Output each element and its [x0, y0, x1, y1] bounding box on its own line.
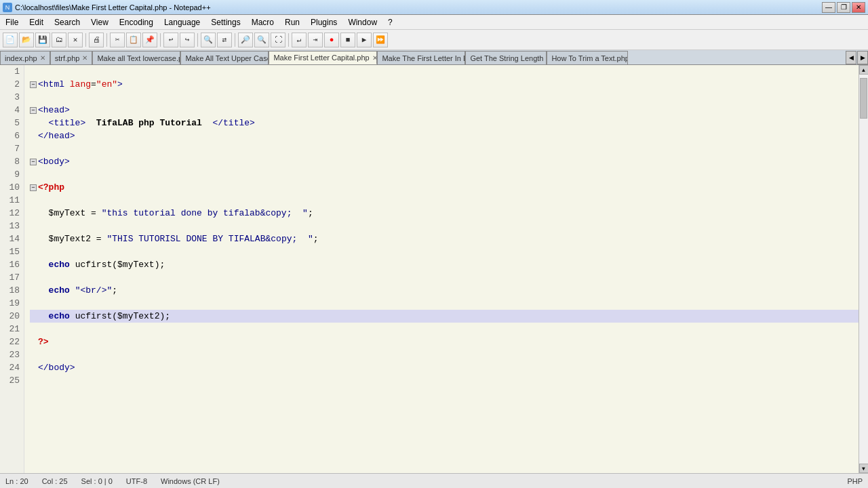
- tb-macro-stop[interactable]: ■: [340, 33, 355, 47]
- token-plain: ;: [112, 284, 117, 297]
- scroll-thumb[interactable]: [860, 78, 867, 119]
- scroll-up-button[interactable]: ▲: [859, 65, 869, 75]
- tb-wrap[interactable]: ↵: [292, 33, 307, 47]
- code-line[interactable]: [30, 142, 859, 155]
- code-line[interactable]: [30, 65, 859, 78]
- close-button[interactable]: ✕: [852, 2, 865, 13]
- fold-button[interactable]: −: [30, 81, 37, 88]
- tab-lowercase[interactable]: Make all Text lowercase.php ✕: [92, 51, 180, 64]
- tb-save[interactable]: 💾: [35, 33, 50, 47]
- code-line[interactable]: [30, 348, 859, 361]
- menu-window[interactable]: Window: [342, 15, 382, 29]
- code-line[interactable]: −<head>: [30, 104, 859, 117]
- code-line[interactable]: </head>: [30, 129, 859, 142]
- line-number: 6: [0, 129, 20, 142]
- token-str: "<br/>": [75, 284, 113, 297]
- menu-edit[interactable]: Edit: [24, 15, 49, 29]
- tab-trim[interactable]: How To Trim a Text.php ✕: [547, 51, 628, 64]
- tb-macro-rec[interactable]: ●: [324, 33, 339, 47]
- minimize-button[interactable]: —: [822, 2, 835, 13]
- menu-encoding[interactable]: Encoding: [114, 15, 159, 29]
- tb-find[interactable]: 🔍: [201, 33, 216, 47]
- code-line[interactable]: [30, 245, 859, 258]
- tb-save-all[interactable]: 🗂: [52, 33, 66, 47]
- tb-paste[interactable]: 📌: [142, 33, 157, 47]
- code-line[interactable]: [30, 91, 859, 104]
- code-line[interactable]: −<body>: [30, 155, 859, 168]
- token-plain: );: [159, 310, 170, 323]
- code-line[interactable]: ?>: [30, 336, 859, 348]
- code-line[interactable]: −<?php: [30, 181, 859, 194]
- code-line[interactable]: $myText = "this tutorial done by tifalab…: [30, 207, 859, 220]
- line-number: 25: [0, 374, 20, 387]
- tb-copy[interactable]: 📋: [126, 33, 141, 47]
- tb-replace[interactable]: ⇄: [217, 33, 232, 47]
- tab-close-icon[interactable]: ✕: [40, 54, 45, 62]
- tb-macro-run[interactable]: ⏩: [373, 33, 388, 47]
- code-line[interactable]: echo "<br/>";: [30, 284, 859, 297]
- menu-plugins[interactable]: Plugins: [305, 15, 342, 29]
- menu-file[interactable]: File: [0, 15, 24, 29]
- token-plain: =: [91, 78, 96, 91]
- tb-cut[interactable]: ✂: [110, 33, 125, 47]
- menu-view[interactable]: View: [85, 15, 114, 29]
- vertical-scrollbar: ▲ ▼: [859, 65, 868, 473]
- code-line[interactable]: [30, 374, 859, 387]
- menu-macro[interactable]: Macro: [246, 15, 279, 29]
- tab-close-icon[interactable]: ✕: [372, 54, 378, 62]
- token-plain: [70, 310, 75, 323]
- tab-strf-php[interactable]: strf.php ✕: [50, 51, 93, 64]
- tb-close[interactable]: ✕: [68, 33, 83, 47]
- menu-run[interactable]: Run: [279, 15, 305, 29]
- menu-help[interactable]: ?: [382, 15, 398, 29]
- tb-zoom-out[interactable]: 🔍: [254, 33, 269, 47]
- tab-each-word[interactable]: Make The First Letter In Each Word Capit…: [377, 51, 465, 64]
- code-line[interactable]: <title> TifaLAB php Tutorial </title>: [30, 117, 859, 129]
- tab-scroll-left[interactable]: ◀: [846, 51, 856, 64]
- code-line[interactable]: $myText2 = "THIS TUTORISL DONE BY TIFALA…: [30, 232, 859, 245]
- code-line[interactable]: echo ucfirst($myText2);: [30, 310, 859, 323]
- tb-zoom-in[interactable]: 🔎: [238, 33, 253, 47]
- code-line[interactable]: </body>: [30, 361, 859, 374]
- code-area[interactable]: −<html lang="en">−<head> <title> TifaLAB…: [24, 65, 859, 473]
- line-number: 21: [0, 323, 20, 336]
- fold-button[interactable]: −: [30, 107, 37, 114]
- tab-index-php[interactable]: index.php ✕: [0, 51, 50, 64]
- code-line[interactable]: echo ucfirst($myText);: [30, 258, 859, 271]
- fold-button[interactable]: −: [30, 159, 37, 165]
- code-line[interactable]: [30, 271, 859, 284]
- scroll-down-button[interactable]: ▼: [859, 464, 869, 473]
- tb-open[interactable]: 📂: [19, 33, 34, 47]
- tab-scroll-right[interactable]: ▶: [857, 51, 868, 64]
- tb-new[interactable]: 📄: [3, 33, 18, 47]
- code-line[interactable]: [30, 194, 859, 207]
- token-plain: (: [112, 258, 117, 271]
- code-line[interactable]: [30, 168, 859, 181]
- tab-label: Get The String Length .php: [470, 54, 547, 62]
- code-line[interactable]: [30, 323, 859, 336]
- tab-label: Make First Letter Capital.php: [273, 54, 369, 62]
- scroll-track[interactable]: [859, 75, 868, 464]
- menu-settings[interactable]: Settings: [205, 15, 245, 29]
- fold-button[interactable]: −: [30, 184, 37, 191]
- menu-language[interactable]: Language: [159, 15, 205, 29]
- tab-close-icon[interactable]: ✕: [82, 54, 87, 62]
- token-val: "en": [96, 78, 117, 91]
- tb-indent[interactable]: ⇥: [308, 33, 323, 47]
- tb-macro-play[interactable]: ▶: [357, 33, 372, 47]
- tab-first-capital[interactable]: Make First Letter Capital.php ✕: [269, 51, 377, 64]
- code-line[interactable]: [30, 297, 859, 310]
- token-plain: [38, 258, 49, 271]
- code-line[interactable]: −<html lang="en">: [30, 78, 859, 91]
- token-str: "this tutorial done by tifalab&copy; ": [102, 207, 308, 220]
- tb-fullscreen[interactable]: ⛶: [271, 33, 285, 47]
- line-number: 1: [0, 65, 20, 78]
- tb-print[interactable]: 🖨: [89, 33, 104, 47]
- tab-uppercase[interactable]: Make All Text Upper Case.php ✕: [180, 51, 269, 64]
- restore-button[interactable]: ❐: [837, 2, 850, 13]
- menu-search[interactable]: Search: [49, 15, 85, 29]
- tb-redo[interactable]: ↪: [180, 33, 195, 47]
- code-line[interactable]: [30, 220, 859, 232]
- tb-undo[interactable]: ↩: [163, 33, 178, 47]
- tab-string-length[interactable]: Get The String Length .php ✕: [465, 51, 547, 64]
